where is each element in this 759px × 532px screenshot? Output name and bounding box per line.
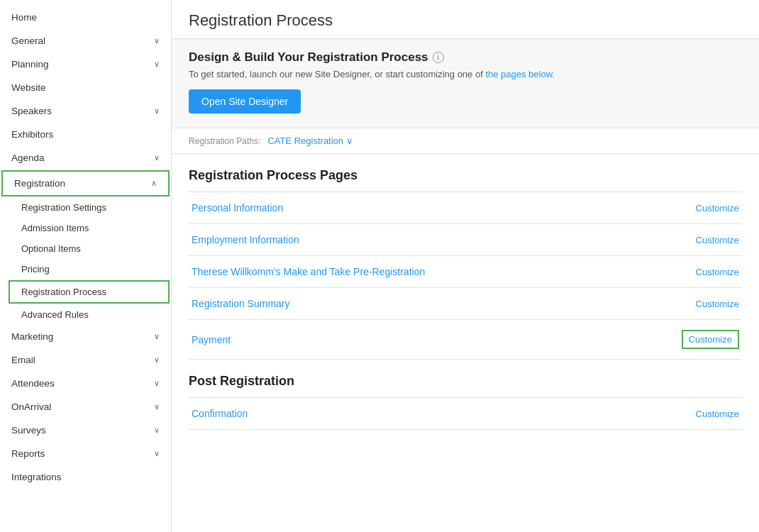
sidebar-item-website[interactable]: Website [0, 76, 171, 99]
sidebar-item-optional-items[interactable]: Optional Items [0, 238, 171, 259]
sidebar-label-reports: Reports [11, 448, 45, 459]
sidebar: HomeGeneral∨Planning∨WebsiteSpeakers∨Exh… [0, 0, 172, 532]
reg-process-pages-section: Registration Process Pages Personal Info… [172, 154, 759, 360]
chevron-icon: ∨ [154, 355, 160, 365]
sidebar-item-integrations[interactable]: Integrations [0, 465, 171, 489]
page-item-name: Personal Information [192, 202, 283, 214]
sidebar-item-registration-process[interactable]: Registration Process [9, 280, 170, 304]
sidebar-item-onarrival[interactable]: OnArrival∨ [0, 395, 171, 419]
chevron-icon: ∨ [154, 402, 160, 411]
reg-paths-label: Registration Paths: [189, 136, 260, 146]
sidebar-label-onarrival: OnArrival [11, 401, 51, 412]
chevron-icon: ∨ [154, 106, 160, 116]
sidebar-item-marketing[interactable]: Marketing∨ [0, 325, 171, 348]
reg-paths-bar: Registration Paths: CATE Registration ∨ [172, 128, 759, 154]
main-content: Registration Process Design & Build Your… [172, 0, 759, 532]
page-title: Registration Process [189, 11, 742, 30]
chevron-icon: ∨ [154, 36, 160, 45]
customize-link-payment[interactable]: Customize [682, 330, 739, 349]
customize-link-pre-registration[interactable]: Customize [696, 267, 739, 277]
page-item-name: Employment Information [192, 234, 299, 245]
sidebar-label-speakers: Speakers [11, 106, 52, 116]
page-item-name: Payment [192, 334, 231, 345]
customize-link-employment-info[interactable]: Customize [696, 235, 739, 245]
chevron-down-icon: ∨ [346, 135, 353, 146]
post-reg-page-list: Confirmation Customize [189, 397, 742, 430]
sidebar-label-email: Email [11, 355, 35, 365]
sidebar-item-general[interactable]: General∨ [0, 29, 171, 52]
sidebar-item-exhibitors[interactable]: Exhibitors [0, 123, 171, 146]
chevron-icon: ∨ [154, 60, 160, 69]
customize-link-reg-summary[interactable]: Customize [696, 299, 739, 309]
sidebar-label-exhibitors: Exhibitors [11, 129, 53, 140]
chevron-icon: ∨ [154, 153, 160, 162]
customize-link-confirmation[interactable]: Customize [696, 409, 739, 419]
page-item-name: Registration Summary [192, 298, 290, 309]
banner-description: To get started, launch our new Site Desi… [189, 69, 742, 79]
reg-process-page-list: Personal Information Customize Employmen… [189, 192, 742, 360]
sidebar-label-planning: Planning [11, 59, 49, 70]
sidebar-label-registration: Registration [14, 178, 65, 189]
reg-process-pages-title: Registration Process Pages [189, 168, 742, 183]
sidebar-item-agenda[interactable]: Agenda∨ [0, 146, 171, 170]
reg-process-page-item: Registration Summary Customize [189, 288, 742, 320]
banner-title: Design & Build Your Registration Process… [189, 50, 742, 65]
chevron-icon: ∨ [154, 449, 160, 458]
sidebar-label-home: Home [11, 12, 37, 23]
sidebar-item-planning[interactable]: Planning∨ [0, 52, 171, 76]
page-title-bar: Registration Process [172, 0, 759, 39]
reg-process-page-item: Personal Information Customize [189, 192, 742, 224]
sidebar-item-email[interactable]: Email∨ [0, 348, 171, 372]
reg-process-page-item: Payment Customize [189, 320, 742, 360]
sidebar-label-website: Website [11, 82, 46, 93]
page-item-name: Confirmation [192, 408, 248, 419]
sidebar-label-general: General [11, 35, 45, 46]
sidebar-item-reports[interactable]: Reports∨ [0, 442, 171, 465]
chevron-icon: ∨ [154, 379, 160, 388]
sidebar-label-marketing: Marketing [11, 331, 53, 342]
sidebar-item-attendees[interactable]: Attendees∨ [0, 372, 171, 395]
reg-process-page-item: Employment Information Customize [189, 224, 742, 256]
info-icon[interactable]: i [433, 52, 444, 63]
sidebar-item-speakers[interactable]: Speakers∨ [0, 99, 171, 123]
customize-link-personal-info[interactable]: Customize [696, 203, 739, 214]
sidebar-item-registration-settings[interactable]: Registration Settings [0, 197, 171, 218]
open-site-designer-button[interactable]: Open Site Designer [189, 89, 301, 113]
post-reg-title: Post Registration [189, 374, 742, 389]
chevron-icon: ∨ [154, 426, 160, 435]
page-item-name: Therese Willkomm's Make and Take Pre-Reg… [192, 266, 425, 277]
chevron-icon: ∧ [151, 179, 157, 188]
sidebar-item-home[interactable]: Home [0, 6, 171, 29]
post-reg-page-item: Confirmation Customize [189, 398, 742, 430]
reg-process-page-item: Therese Willkomm's Make and Take Pre-Reg… [189, 256, 742, 288]
reg-path-selector[interactable]: CATE Registration ∨ [267, 135, 353, 146]
sidebar-item-pricing[interactable]: Pricing [0, 259, 171, 279]
sidebar-item-admission-items[interactable]: Admission Items [0, 218, 171, 238]
post-reg-section: Post Registration Confirmation Customize [172, 360, 759, 430]
sidebar-label-integrations: Integrations [11, 472, 62, 482]
chevron-icon: ∨ [154, 332, 160, 341]
sidebar-item-advanced-rules[interactable]: Advanced Rules [0, 304, 171, 325]
banner-link[interactable]: the pages below. [485, 69, 555, 79]
sidebar-label-attendees: Attendees [11, 378, 55, 389]
sidebar-label-surveys: Surveys [11, 425, 46, 436]
sidebar-label-agenda: Agenda [11, 153, 45, 163]
sidebar-item-surveys[interactable]: Surveys∨ [0, 419, 171, 442]
sidebar-item-registration[interactable]: Registration∧ [1, 170, 170, 196]
design-build-banner: Design & Build Your Registration Process… [172, 39, 759, 128]
